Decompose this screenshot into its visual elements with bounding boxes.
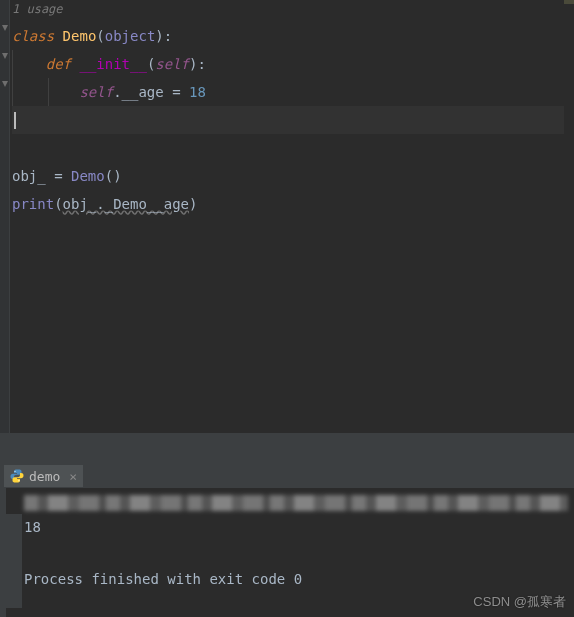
ref-self: self: [79, 84, 113, 100]
code-line[interactable]: self.__age = 18: [12, 78, 574, 106]
python-icon: [10, 469, 24, 483]
number-literal: 18: [189, 84, 206, 100]
run-tab-demo[interactable]: demo ×: [4, 465, 83, 487]
console-output[interactable]: 18 Process finished with exit code 0: [0, 488, 574, 608]
pane-splitter[interactable]: [0, 434, 574, 464]
stdout-blank-line: [0, 540, 574, 566]
close-icon[interactable]: ×: [65, 469, 77, 484]
run-tab-label: demo: [29, 469, 60, 484]
run-tab-bar: demo ×: [0, 464, 574, 488]
code-line[interactable]: def __init__(self):: [12, 50, 574, 78]
builtin-object: object: [105, 28, 156, 44]
svg-point-0: [14, 471, 15, 472]
code-line[interactable]: obj_ = Demo(): [12, 162, 574, 190]
code-editor-pane[interactable]: 1 usage class Demo(object): def __init__…: [0, 0, 574, 434]
keyword-def: def: [46, 56, 71, 72]
fold-toggle-icon[interactable]: [1, 52, 9, 60]
code-line[interactable]: [12, 134, 574, 162]
fold-toggle-icon[interactable]: [1, 24, 9, 32]
code-line[interactable]: class Demo(object):: [12, 22, 574, 50]
bottom-gutter-strip: [0, 488, 6, 617]
command-line-row: [0, 492, 574, 514]
inspection-underline[interactable]: obj_._Demo__age: [63, 196, 189, 212]
svg-point-1: [18, 480, 19, 481]
scrollbar-marker[interactable]: [564, 0, 574, 4]
param-self: self: [155, 56, 189, 72]
run-tool-window: demo × 18 Process finished with exit cod…: [0, 464, 574, 608]
builtin-print: print: [12, 196, 54, 212]
usage-hint-inlay[interactable]: 1 usage: [12, 0, 574, 22]
classname: Demo: [63, 28, 97, 44]
command-line-blurred: [24, 495, 568, 511]
fold-end-icon: [1, 80, 9, 88]
keyword-class: class: [12, 28, 54, 44]
text-cursor: [14, 112, 16, 129]
editor-gutter: [0, 0, 10, 433]
editor-scrollbar[interactable]: [564, 0, 574, 433]
class-ref: Demo: [71, 168, 105, 184]
exit-code-line: Process finished with exit code 0: [0, 566, 574, 592]
method-name-init: __init__: [79, 56, 146, 72]
code-line-current[interactable]: [12, 106, 574, 134]
stdout-line: 18: [0, 514, 574, 540]
code-line[interactable]: print(obj_._Demo__age): [12, 190, 574, 218]
code-area[interactable]: 1 usage class Demo(object): def __init__…: [10, 0, 574, 218]
